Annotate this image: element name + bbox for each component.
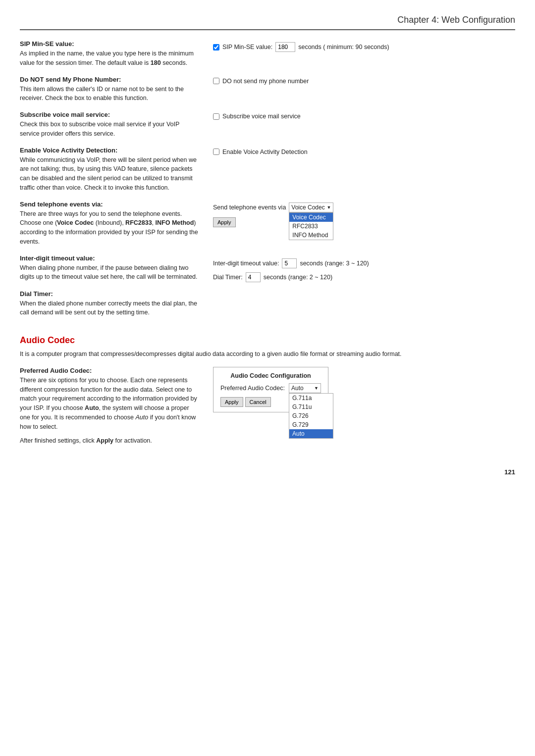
- page-container: Chapter 4: Web Configuration SIP Min-SE …: [0, 0, 535, 756]
- codec-dropdown-menu: G.711a G.711u G.726 G.729 Auto: [289, 393, 333, 439]
- enable-vad-desc-col: Enable Voice Activity Detection: While c…: [20, 147, 203, 193]
- sip-min-se-inline: SIP Min-SE value: seconds ( minimum: 90 …: [213, 42, 515, 52]
- page-number: 121: [20, 468, 515, 476]
- dial-timer-input[interactable]: [246, 272, 261, 282]
- preferred-codec-desc: There are six options for you to choose.…: [20, 376, 198, 432]
- sip-min-se-title: SIP Min-SE value:: [20, 40, 198, 48]
- preferred-codec-after-text: After finished settings, click Apply for…: [20, 436, 198, 446]
- codec-option-g711a[interactable]: G.711a: [289, 394, 333, 403]
- preferred-codec-desc-col: Preferred Audio Codec: There are six opt…: [20, 367, 203, 446]
- send-tel-control-wrapper: Send telephone events via Voice Codec ▼ …: [213, 202, 515, 227]
- codec-option-g729[interactable]: G.729: [289, 420, 333, 429]
- interdigit-suffix: seconds (range: 3 ~ 120): [300, 260, 369, 267]
- preferred-audio-codec-label: Preferred Audio Codec:: [220, 385, 285, 392]
- subscribe-voicemail-title: Subscribe voice mail service:: [20, 111, 198, 118]
- send-tel-dropdown-menu: Voice Codec RFC2833 INFO Method: [289, 212, 333, 240]
- interdigit-row: Inter-digit timeout value: seconds (rang…: [213, 258, 515, 268]
- interdigit-container: Inter-digit timeout value: seconds (rang…: [213, 256, 515, 282]
- codec-config-title: Audio Codec Configuration: [220, 372, 321, 379]
- send-tel-option-voicecodec[interactable]: Voice Codec: [289, 213, 333, 222]
- sip-min-se-checkbox-label: SIP Min-SE value:: [222, 44, 272, 50]
- codec-chevron-icon: ▼: [314, 386, 319, 391]
- dial-timer-desc-col: Dial Timer: When the dialed phone number…: [20, 290, 203, 318]
- subscribe-voicemail-checkbox[interactable]: [213, 113, 219, 120]
- codec-option-g711u[interactable]: G.711u: [289, 403, 333, 411]
- enable-vad-title: Enable Voice Activity Detection:: [20, 147, 198, 154]
- sip-min-se-control: SIP Min-SE value: seconds ( minimum: 90 …: [213, 40, 515, 68]
- subscribe-voicemail-desc-col: Subscribe voice mail service: Check this…: [20, 111, 203, 139]
- do-not-send-desc-col: Do NOT send My Phone Number: This item a…: [20, 76, 203, 103]
- section-preferred-codec: Preferred Audio Codec: There are six opt…: [20, 367, 515, 446]
- do-not-send-desc: This item allows the caller's ID or name…: [20, 85, 198, 103]
- dial-timer-label: Dial Timer:: [213, 274, 243, 281]
- enable-vad-label: Enable Voice Activity Detection: [222, 149, 308, 155]
- send-tel-chevron-icon: ▼: [326, 205, 331, 210]
- sip-min-se-checkbox[interactable]: [213, 44, 219, 50]
- codec-selected-value: Auto: [291, 385, 304, 392]
- do-not-send-checkbox[interactable]: [213, 78, 219, 84]
- preferred-codec-title: Preferred Audio Codec:: [20, 367, 198, 374]
- chapter-header: Chapter 4: Web Configuration: [20, 15, 515, 30]
- interdigit-title: Inter-digit timeout value:: [20, 254, 198, 262]
- send-tel-label: Send telephone events via: [213, 204, 286, 211]
- codec-config-box: Audio Codec Configuration Preferred Audi…: [213, 367, 328, 412]
- codec-cancel-button[interactable]: Cancel: [245, 397, 271, 407]
- section-sip-min-se: SIP Min-SE value: As implied in the name…: [20, 40, 515, 68]
- section-dial-timer-desc: Dial Timer: When the dialed phone number…: [20, 290, 515, 318]
- enable-vad-control: Enable Voice Activity Detection: [213, 147, 515, 193]
- codec-dropdown-wrapper: Auto ▼ G.711a G.711u G.726 G.729 Auto: [289, 383, 321, 393]
- send-tel-apply-row: Apply: [213, 217, 515, 227]
- dial-timer-row: Dial Timer: seconds (range: 2 ~ 120): [213, 272, 515, 282]
- send-tel-option-rfc2833[interactable]: RFC2833: [289, 222, 333, 231]
- preferred-codec-control: Audio Codec Configuration Preferred Audi…: [213, 367, 515, 446]
- sip-min-se-desc: As implied in the name, the value you ty…: [20, 49, 198, 68]
- codec-row: Preferred Audio Codec: Auto ▼ G.711a G.7…: [220, 383, 321, 393]
- send-telephone-desc-col: Send telephone events via: There are thr…: [20, 201, 203, 247]
- sip-min-se-suffix: seconds ( minimum: 90 seconds): [298, 44, 389, 50]
- enable-vad-checkbox[interactable]: [213, 149, 219, 155]
- codec-option-auto[interactable]: Auto: [289, 429, 333, 438]
- send-tel-select-display[interactable]: Voice Codec ▼: [289, 202, 333, 212]
- section-subscribe-voicemail: Subscribe voice mail service: Check this…: [20, 111, 515, 139]
- do-not-send-title: Do NOT send My Phone Number:: [20, 76, 198, 83]
- interdigit-input[interactable]: [282, 258, 297, 268]
- section-enable-vad: Enable Voice Activity Detection: While c…: [20, 147, 515, 193]
- codec-apply-button[interactable]: Apply: [220, 397, 243, 407]
- sip-min-se-desc-col: SIP Min-SE value: As implied in the name…: [20, 40, 203, 68]
- interdigit-desc-col: Inter-digit timeout value: When dialing …: [20, 254, 203, 282]
- sip-min-se-input[interactable]: [275, 42, 295, 52]
- content-area: SIP Min-SE value: As implied in the name…: [20, 40, 515, 454]
- chapter-title: Chapter 4: Web Configuration: [397, 15, 515, 25]
- send-tel-dropdown-wrapper: Voice Codec ▼ Voice Codec RFC2833 INFO M…: [289, 202, 333, 212]
- do-not-send-label: DO not send my phone number: [222, 78, 309, 85]
- page-number-text: 121: [504, 468, 515, 476]
- interdigit-label: Inter-digit timeout value:: [213, 260, 279, 267]
- audio-codec-header: Audio Codec: [20, 335, 515, 346]
- send-tel-option-infomethod[interactable]: INFO Method: [289, 231, 333, 240]
- audio-codec-intro: It is a computer program that compresses…: [20, 350, 515, 359]
- audio-codec-intro-text: It is a computer program that compresses…: [20, 351, 402, 357]
- section-send-telephone: Send telephone events via: There are thr…: [20, 201, 515, 247]
- interdigit-desc: When dialing phone number, if the pause …: [20, 263, 198, 282]
- do-not-send-row: DO not send my phone number: [213, 78, 515, 85]
- dial-timer-suffix: seconds (range: 2 ~ 120): [264, 274, 332, 281]
- interdigit-control: Inter-digit timeout value: seconds (rang…: [213, 254, 515, 282]
- enable-vad-row: Enable Voice Activity Detection: [213, 149, 515, 155]
- send-tel-top-row: Send telephone events via Voice Codec ▼ …: [213, 202, 515, 212]
- send-tel-apply-button[interactable]: Apply: [213, 217, 236, 227]
- dial-timer-empty-control: [213, 290, 515, 318]
- subscribe-voicemail-row: Subscribe voice mail service: [213, 113, 515, 120]
- subscribe-voicemail-label: Subscribe voice mail service: [222, 113, 301, 120]
- enable-vad-desc: While communicting via VoIP, there will …: [20, 155, 198, 193]
- send-telephone-desc: There are three ways for you to send the…: [20, 209, 198, 247]
- codec-select-display[interactable]: Auto ▼: [289, 383, 321, 393]
- audio-codec-title: Audio Codec: [20, 335, 75, 345]
- send-telephone-control: Send telephone events via Voice Codec ▼ …: [213, 201, 515, 247]
- send-tel-selected-value: Voice Codec: [291, 204, 324, 211]
- section-interdigit: Inter-digit timeout value: When dialing …: [20, 254, 515, 282]
- codec-option-g726[interactable]: G.726: [289, 411, 333, 420]
- subscribe-voicemail-desc: Check this box to subscribe voice mail s…: [20, 120, 198, 139]
- dial-timer-title: Dial Timer:: [20, 290, 198, 298]
- send-telephone-title: Send telephone events via:: [20, 201, 198, 208]
- section-do-not-send: Do NOT send My Phone Number: This item a…: [20, 76, 515, 103]
